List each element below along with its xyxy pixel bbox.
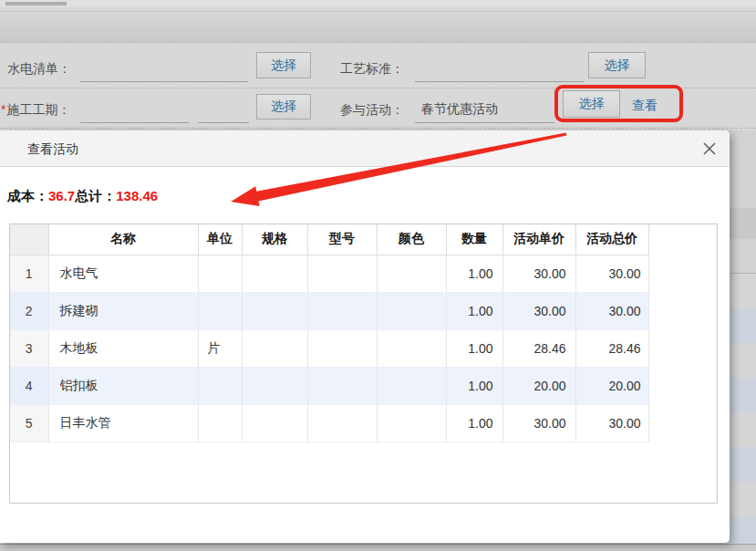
cell-unit-price: 30.00: [502, 255, 575, 292]
cell-total-price: 30.00: [575, 255, 648, 292]
cell-unit-price: 20.00: [502, 367, 575, 404]
cell-index: 5: [10, 404, 48, 442]
cell-unit-price: 28.46: [502, 329, 575, 367]
table-row: 2 拆建砌 1.00 30.00 30.00: [10, 292, 648, 329]
cell-name: 水电气: [48, 255, 198, 292]
activity-items-table: 名称 单位 规格 型号 颜色 数量 活动单价 活动总价 1 水电气: [10, 224, 649, 442]
cell-spec: [242, 255, 307, 292]
cell-unit-price: 30.00: [502, 292, 575, 329]
table-row: 5 日丰水管 1.00 30.00 30.00: [10, 404, 648, 442]
cell-unit: [198, 367, 242, 404]
cell-qty: 1.00: [446, 329, 502, 367]
col-header-spec: 规格: [242, 224, 307, 255]
craft-standard-input[interactable]: [415, 81, 584, 82]
activity-select-button[interactable]: 选择: [563, 90, 620, 118]
water-list-select-button[interactable]: 选择: [256, 52, 311, 78]
cell-spec: [242, 292, 307, 329]
activity-view-link[interactable]: 查看: [632, 98, 658, 114]
cell-color: [377, 292, 446, 329]
col-header-color: 颜色: [377, 224, 446, 255]
close-icon: [702, 141, 717, 156]
cell-unit: [198, 404, 242, 442]
cell-index: 3: [10, 329, 48, 367]
cell-spec: [242, 367, 307, 404]
table-row: 1 水电气 1.00 30.00 30.00: [10, 255, 648, 292]
total-label: 总计：: [75, 188, 116, 203]
craft-standard-select-button[interactable]: 选择: [588, 52, 646, 78]
required-asterisk: *: [1, 102, 5, 117]
cost-value: 36.7: [48, 188, 75, 203]
cell-qty: 1.00: [446, 255, 502, 292]
construction-period-select-button[interactable]: 选择: [256, 94, 311, 120]
cost-summary: 成本：36.7总计：138.46: [7, 188, 158, 205]
top-scroll-strip: [0, 0, 756, 6]
water-list-input[interactable]: [80, 81, 248, 82]
cell-qty: 1.00: [446, 367, 502, 404]
cell-index: 4: [10, 367, 48, 404]
scrollbar-thumb: [5, 2, 67, 5]
cell-qty: 1.00: [446, 292, 502, 329]
activity-label: 参与活动：: [340, 102, 404, 119]
dimmed-section-header: [730, 208, 756, 239]
form-row-divider: [0, 88, 756, 88]
toolbar-divider: [0, 11, 756, 12]
cell-index: 2: [10, 292, 48, 329]
toolbar-band: [0, 6, 756, 43]
view-activity-dialog: 查看活动 成本：36.7总计：138.46 名称: [0, 130, 730, 543]
activity-input[interactable]: [415, 122, 554, 123]
app-window: 水电清单： 选择 工艺标准： 选择 *施工工期： 选择 参与活动： 春节优惠活动…: [0, 0, 756, 551]
col-header-model: 型号: [307, 224, 377, 255]
period-end-input[interactable]: [198, 122, 249, 123]
bottom-status-strip: [0, 544, 756, 551]
cell-total-price: 30.00: [575, 292, 648, 329]
total-value: 138.46: [116, 188, 158, 203]
dimmed-table-rows: [730, 274, 756, 544]
table-row: 4 铝扣板 1.00 20.00 20.00: [10, 367, 648, 404]
col-header-activity-unit-price: 活动单价: [502, 224, 575, 255]
dialog-title: 查看活动: [27, 130, 78, 167]
cell-color: [377, 367, 446, 404]
form-row-divider-2: [0, 128, 756, 129]
col-header-name: 名称: [48, 224, 198, 255]
cost-label: 成本：: [7, 188, 48, 203]
cell-qty: 1.00: [446, 404, 502, 442]
cell-unit: [198, 292, 242, 329]
cell-color: [377, 329, 446, 367]
col-header-qty: 数量: [446, 224, 502, 255]
cell-model: [307, 255, 377, 292]
col-header-activity-total-price: 活动总价: [575, 224, 648, 255]
construction-period-label: *施工工期：: [1, 102, 70, 119]
close-button[interactable]: [697, 136, 722, 161]
table-header-row: 名称 单位 规格 型号 颜色 数量 活动单价 活动总价: [10, 224, 648, 255]
cell-name: 木地板: [48, 329, 198, 367]
cell-unit: 片: [198, 329, 242, 367]
cell-model: [307, 329, 377, 367]
cell-unit: [198, 255, 242, 292]
cell-name: 铝扣板: [48, 367, 198, 404]
activity-value: 春节优惠活动: [421, 101, 498, 118]
cell-total-price: 30.00: [575, 404, 648, 442]
col-header-index: [10, 224, 48, 255]
cell-unit-price: 30.00: [502, 404, 575, 442]
table-row: 3 木地板 片 1.00 28.46 28.46: [10, 329, 648, 367]
cell-model: [307, 292, 377, 329]
cell-name: 日丰水管: [48, 404, 198, 442]
craft-standard-label: 工艺标准：: [340, 61, 404, 78]
cell-color: [377, 404, 446, 442]
water-list-label: 水电清单：: [7, 61, 71, 78]
cell-color: [377, 255, 446, 292]
cell-model: [307, 404, 377, 442]
cell-total-price: 20.00: [575, 367, 648, 404]
cell-total-price: 28.46: [575, 329, 648, 367]
period-start-input[interactable]: [80, 122, 189, 123]
cell-index: 1: [10, 255, 48, 292]
cell-model: [307, 367, 377, 404]
activity-items-table-container: 名称 单位 规格 型号 颜色 数量 活动单价 活动总价 1 水电气: [9, 224, 718, 504]
col-header-unit: 单位: [198, 224, 242, 255]
cell-name: 拆建砌: [48, 292, 198, 329]
cell-spec: [242, 404, 307, 442]
dialog-header: 查看活动: [0, 130, 730, 167]
cell-spec: [242, 329, 307, 367]
